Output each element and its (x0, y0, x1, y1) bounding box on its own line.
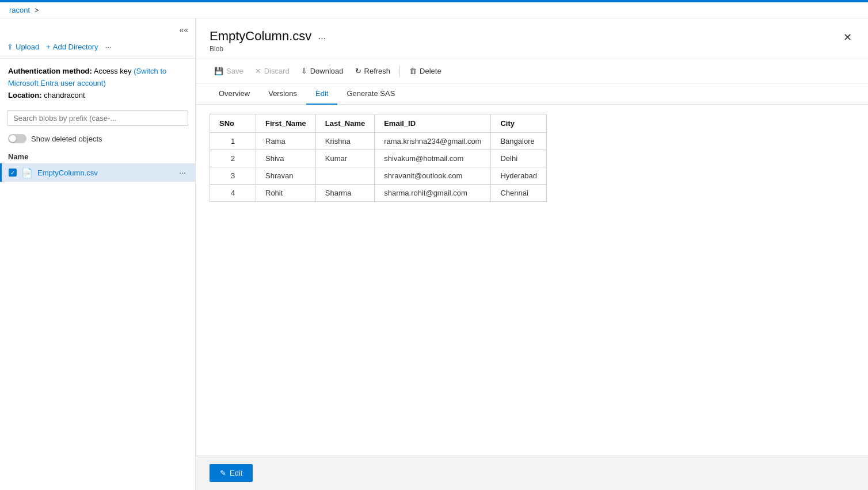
table-cell: Chennai (491, 185, 547, 202)
sidebar-section-label: Name (0, 147, 195, 163)
toolbar-divider (399, 66, 400, 77)
file-icon: 📄 (21, 167, 33, 178)
show-deleted-toggle[interactable] (8, 134, 26, 143)
table-cell: Bangalore (491, 133, 547, 150)
csv-table: SNo First_Name Last_Name Email_ID City 1… (210, 114, 547, 202)
tab-versions[interactable]: Versions (259, 83, 306, 105)
download-icon: ⇩ (301, 67, 307, 75)
location-value: chandracont (44, 91, 85, 99)
discard-icon: ✕ (255, 67, 261, 75)
show-deleted-row: Show deleted objects (0, 131, 195, 147)
table-cell: shivakum@hotmail.com (375, 150, 491, 167)
save-icon: 💾 (214, 67, 223, 75)
sidebar: «« ⇧ Upload + Add Directory ··· Authenti… (0, 18, 196, 490)
add-icon: + (46, 43, 51, 51)
table-cell: Kumar (315, 150, 374, 167)
table-cell: 2 (210, 150, 256, 167)
delete-button[interactable]: 🗑 Delete (405, 64, 446, 78)
table-cell: Delhi (491, 150, 547, 167)
tab-generate-sas[interactable]: Generate SAS (337, 83, 404, 105)
show-deleted-label: Show deleted objects (31, 135, 102, 143)
table-cell: 4 (210, 185, 256, 202)
delete-icon: 🗑 (409, 67, 417, 75)
edit-content-button[interactable]: ✎ Edit (210, 464, 253, 482)
table-row: 1RamaKrishnarama.krishna234@gmail.comBan… (210, 133, 547, 150)
panel-close-button[interactable]: ✕ (841, 29, 854, 46)
add-directory-button[interactable]: + Add Directory (46, 43, 98, 51)
tab-edit[interactable]: Edit (306, 83, 337, 105)
col-header-city: City (491, 114, 547, 133)
panel-header: EmptyColumn.csv ··· Blob ✕ (196, 18, 868, 59)
collapse-sidebar-button[interactable]: «« (179, 25, 188, 35)
table-cell: Sharma (315, 185, 374, 202)
breadcrumb-link[interactable]: racont (9, 6, 30, 14)
file-list-item[interactable]: 📄 EmptyColumn.csv ··· (0, 163, 195, 182)
panel-title-area: EmptyColumn.csv ··· Blob (210, 29, 326, 53)
table-cell: Rama (256, 133, 316, 150)
table-cell: rama.krishna234@gmail.com (375, 133, 491, 150)
table-cell: 1 (210, 133, 256, 150)
col-header-sno: SNo (210, 114, 256, 133)
table-cell: Rohit (256, 185, 316, 202)
panel-subtitle: Blob (210, 45, 326, 53)
file-more-button[interactable]: ··· (177, 167, 188, 178)
breadcrumb-separator: > (35, 6, 39, 14)
table-cell: Krishna (315, 133, 374, 150)
sidebar-meta: Authentication method: Access key (Switc… (0, 59, 195, 106)
upload-button[interactable]: ⇧ Upload (7, 43, 39, 51)
table-cell: Hyderabad (491, 167, 547, 185)
panel-toolbar: 💾 Save ✕ Discard ⇩ Download ↻ Refresh 🗑 … (196, 59, 868, 83)
sidebar-toolbar: ⇧ Upload + Add Directory ··· (0, 40, 195, 59)
table-cell: Shiva (256, 150, 316, 167)
search-input[interactable] (7, 110, 188, 126)
col-header-first-name: First_Name (256, 114, 316, 133)
table-row: 4RohitSharmasharma.rohit@gmail.comChenna… (210, 185, 547, 202)
panel-tabs: Overview Versions Edit Generate SAS (196, 83, 868, 105)
download-button[interactable]: ⇩ Download (296, 64, 348, 78)
breadcrumb[interactable]: racont > (0, 2, 868, 18)
edit-pencil-icon: ✎ (220, 469, 226, 477)
tab-overview[interactable]: Overview (210, 83, 259, 105)
table-cell: Shravan (256, 167, 316, 185)
save-button[interactable]: 💾 Save (210, 64, 248, 78)
table-cell: 3 (210, 167, 256, 185)
toggle-knob (9, 135, 16, 142)
refresh-button[interactable]: ↻ Refresh (351, 64, 395, 78)
file-name: EmptyColumn.csv (37, 169, 172, 177)
main-content: EmptyColumn.csv ··· Blob ✕ 💾 Save ✕ Disc… (196, 18, 868, 490)
panel-menu-button[interactable]: ··· (318, 33, 326, 44)
edit-button-area: ✎ Edit (196, 455, 868, 490)
table-row: 3Shravanshravanit@outlook.comHyderabad (210, 167, 547, 185)
table-cell: sharma.rohit@gmail.com (375, 185, 491, 202)
col-header-last-name: Last_Name (315, 114, 374, 133)
discard-button[interactable]: ✕ Discard (250, 64, 294, 78)
auth-value: Access key (94, 67, 132, 75)
table-cell: shravanit@outlook.com (375, 167, 491, 185)
panel-title: EmptyColumn.csv (210, 29, 311, 43)
file-checkbox[interactable] (9, 169, 17, 177)
table-cell (315, 167, 374, 185)
location-label: Location: (8, 91, 42, 99)
col-header-email: Email_ID (375, 114, 491, 133)
auth-label: Authentication method: (8, 67, 92, 75)
table-area: SNo First_Name Last_Name Email_ID City 1… (196, 105, 868, 455)
upload-icon: ⇧ (7, 43, 13, 51)
refresh-icon: ↻ (355, 67, 361, 75)
table-row: 2ShivaKumarshivakum@hotmail.comDelhi (210, 150, 547, 167)
sidebar-more-button[interactable]: ··· (105, 43, 112, 51)
